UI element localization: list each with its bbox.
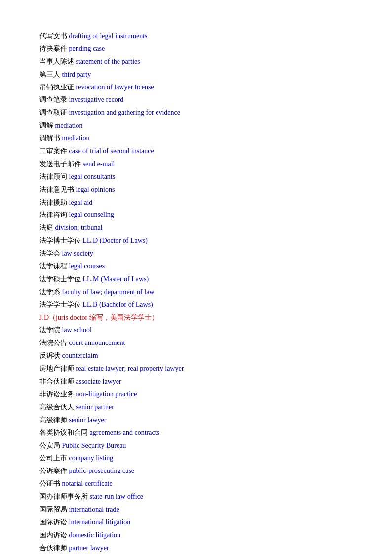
list-item: 二审案件 case of trial of second instance xyxy=(39,145,353,158)
chinese-text: 合伙律师 xyxy=(39,544,67,552)
english-text: notarial certificate xyxy=(62,480,113,487)
english-text: law society xyxy=(62,250,93,257)
list-item: 法律援助 legal aid xyxy=(39,196,353,209)
chinese-text: 非诉讼业务 xyxy=(39,390,74,398)
chinese-text: 非合伙律师 xyxy=(39,378,74,385)
list-item: 法律意见书 legal opinions xyxy=(39,183,353,196)
list-item: 当事人陈述 statement of the parties xyxy=(39,55,353,68)
chinese-text: 待决案件 xyxy=(39,45,67,52)
chinese-text: 法学学士学位 xyxy=(39,301,81,308)
chinese-text: 法学硕士学位 xyxy=(39,275,81,283)
english-text: senior lawyer xyxy=(69,416,107,424)
chinese-text: 法庭 xyxy=(39,224,53,231)
english-text: mediation xyxy=(55,122,83,129)
list-item: 代写文书 drafting of legal instruments xyxy=(39,30,353,43)
list-item: 法学系 faculty of law; department of law xyxy=(39,286,353,299)
list-item: 非合伙律师 associate lawyer xyxy=(39,375,353,388)
list-item: 公司上市 company listing xyxy=(39,452,353,465)
chinese-text: 当事人陈述 xyxy=(39,58,74,65)
chinese-text: 法律咨询 xyxy=(39,211,67,218)
list-item: 调解 mediation xyxy=(39,119,353,132)
list-item: 法学学士学位 LL.B (Bachelor of Laws) xyxy=(39,299,353,311)
list-item: 待决案件 pending case xyxy=(39,43,353,55)
english-text: case of trial of second instance xyxy=(69,147,154,155)
special-entry-text: J.D（juris doctor 缩写，美国法学学士） xyxy=(39,314,158,321)
chinese-text: 代写文书 xyxy=(39,32,67,40)
english-text: revocation of lawyer license xyxy=(76,84,154,91)
english-text: mediation xyxy=(62,134,90,142)
list-item: 合伙律师 partner lawyer xyxy=(39,542,353,555)
list-item: 各类协议和合同 agreements and contracts xyxy=(39,427,353,439)
list-item: 法学会 law society xyxy=(39,247,353,260)
chinese-text: 国际贸易 xyxy=(39,506,67,513)
english-text: non-litigation practice xyxy=(76,390,137,398)
english-text: law school xyxy=(62,326,92,334)
list-item: 法学硕士学位 LL.M (Master of Laws) xyxy=(39,273,353,286)
list-item: 吊销执业证 revocation of lawyer license xyxy=(39,81,353,94)
chinese-text: 调解 xyxy=(39,122,53,129)
list-item: 法学院 law school xyxy=(39,324,353,337)
english-text: LL.M (Master of Laws) xyxy=(83,275,149,283)
chinese-text: 法学博士学位 xyxy=(39,237,81,244)
english-text: real estate lawyer; real property lawyer xyxy=(76,365,184,372)
chinese-text: 发送电子邮件 xyxy=(39,160,81,168)
list-item: 高级合伙人 senior partner xyxy=(39,401,353,414)
english-text: investigation and gathering for evidence xyxy=(69,109,180,116)
list-item: 公安局 Public Security Bureau xyxy=(39,439,353,452)
chinese-text: 国内诉讼 xyxy=(39,531,67,539)
chinese-text: 法学系 xyxy=(39,288,60,296)
english-text: legal aid xyxy=(69,199,93,206)
list-item: 国办律师事务所 state-run law office xyxy=(39,490,353,503)
chinese-text: 公安局 xyxy=(39,442,60,449)
english-text: state-run law office xyxy=(90,493,144,500)
list-item: 公证书 notarial certificate xyxy=(39,477,353,490)
list-item: J.D（juris doctor 缩写，美国法学学士） xyxy=(39,311,353,324)
list-item: 调解书 mediation xyxy=(39,132,353,145)
list-item: 公诉案件 public-prosecuting case xyxy=(39,465,353,477)
english-text: investigative record xyxy=(69,96,124,103)
english-text: legal opinions xyxy=(76,186,115,193)
chinese-text: 各类协议和合同 xyxy=(39,429,88,436)
list-item: 高级律师 senior lawyer xyxy=(39,414,353,427)
chinese-text: 高级律师 xyxy=(39,416,67,424)
chinese-text: 公证书 xyxy=(39,480,60,487)
english-text: legal consultants xyxy=(69,173,116,180)
chinese-text: 法学课程 xyxy=(39,262,67,270)
english-text: drafting of legal instruments xyxy=(69,32,148,40)
english-text: legal courses xyxy=(69,262,105,270)
chinese-text: 调查取证 xyxy=(39,109,67,116)
english-text: faculty of law; department of law xyxy=(62,288,155,296)
english-text: statement of the parties xyxy=(76,58,140,65)
chinese-text: 第三人 xyxy=(39,71,60,78)
english-text: legal counseling xyxy=(69,211,114,218)
english-text: senior partner xyxy=(76,403,114,411)
chinese-text: 公诉案件 xyxy=(39,467,67,474)
english-text: court announcement xyxy=(69,339,125,346)
chinese-text: 法学院 xyxy=(39,326,60,334)
list-item: 反诉状 counterclaim xyxy=(39,349,353,362)
english-text: third party xyxy=(62,71,91,78)
list-item: 法学博士学位 LL.D (Doctor of Laws) xyxy=(39,234,353,247)
english-text: LL.D (Doctor of Laws) xyxy=(83,237,148,244)
english-text: associate lawyer xyxy=(76,378,121,385)
english-text: division; tribunal xyxy=(55,224,103,231)
chinese-text: 法律援助 xyxy=(39,199,67,206)
list-item: 法学课程 legal courses xyxy=(39,260,353,273)
chinese-text: 二审案件 xyxy=(39,147,67,155)
chinese-text: 吊销执业证 xyxy=(39,84,74,91)
list-item: 调查取证 investigation and gathering for evi… xyxy=(39,106,353,119)
chinese-text: 法院公告 xyxy=(39,339,67,346)
english-text: public-prosecuting case xyxy=(69,467,135,474)
chinese-text: 调解书 xyxy=(39,134,60,142)
chinese-text: 调查笔录 xyxy=(39,96,67,103)
chinese-text: 法律意见书 xyxy=(39,186,74,193)
list-item: 国内诉讼 domestic litigation xyxy=(39,529,353,542)
chinese-text: 国办律师事务所 xyxy=(39,493,88,500)
list-item: 第三人 third party xyxy=(39,68,353,81)
english-text: international trade xyxy=(69,506,119,513)
english-text: send e-mail xyxy=(83,160,115,168)
chinese-text: 法学会 xyxy=(39,250,60,257)
chinese-text: 反诉状 xyxy=(39,352,60,359)
chinese-text: 国际诉讼 xyxy=(39,518,67,526)
list-item: 调查笔录 investigative record xyxy=(39,93,353,106)
